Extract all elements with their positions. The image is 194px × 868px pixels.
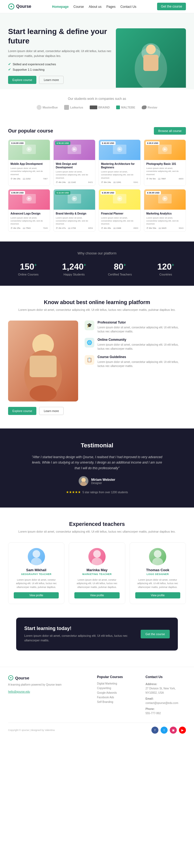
- rating-text: 5 star ratings from over 1200 students: [82, 491, 128, 494]
- course-desc: Lorem ipsum dolor sit amet, consectetur …: [10, 216, 48, 225]
- teacher-avatar: [149, 548, 166, 565]
- course-card[interactable]: $ 99.99 USD Advanced Logo Design Lorem i…: [8, 189, 50, 232]
- course-card[interactable]: $ 50.00 USD Web Design and Development L…: [53, 140, 95, 186]
- course-card[interactable]: $ 42.00 USD Mastering Architecture for B…: [99, 140, 141, 186]
- svg-rect-4: [143, 55, 158, 71]
- about-features: 🎓 Professional Tutor Lorem ipsum dolor s…: [85, 320, 186, 368]
- teacher-role: GEOGRAPHY TEACHER: [14, 573, 59, 576]
- teacher-view-button[interactable]: View profile: [135, 592, 180, 598]
- course-lessons: 📖 1142: [68, 181, 76, 184]
- nav-cta-button[interactable]: Get the course: [157, 3, 186, 10]
- logo[interactable]: Qourse: [8, 3, 31, 10]
- star-rating: ★★★★★: [66, 490, 81, 494]
- cta-banner: Start learning today! Lorem ipsum dolor …: [16, 618, 178, 651]
- hero-title: Start learning & define your future: [8, 27, 116, 45]
- courses-grid: $ 24.99 USD Mobile App Development Lorem…: [8, 140, 186, 232]
- footer-brand: Qourse A learning platform powered by Qo…: [8, 675, 89, 717]
- instagram-icon[interactable]: ▣: [170, 726, 177, 734]
- stat-plus: +: [123, 263, 126, 268]
- hero-explore-button[interactable]: Explore course: [8, 76, 36, 84]
- student-count: 7987: [43, 178, 48, 180]
- course-meta: ⏱ 4hr 45s 📖 2448 8900: [101, 227, 138, 229]
- course-thumbnail: $ 25.99 USD: [99, 189, 141, 210]
- hero-learn-button[interactable]: Learn more: [39, 76, 63, 84]
- course-meta: ⏱ 4hr 25s 📖 7543 7649: [10, 227, 48, 229]
- course-price-badge: $ 39.95 USD: [146, 191, 161, 194]
- stat-item: 150+ Online Courses: [8, 262, 48, 276]
- stat-number: 150+: [8, 262, 48, 272]
- twitter-icon[interactable]: t: [161, 726, 167, 734]
- check-icon-1: ✔: [8, 62, 11, 66]
- nav-item-about[interactable]: About us: [89, 5, 101, 9]
- course-hours: ⏱ 7hr 5m: [146, 178, 156, 180]
- teachers-grid: Sam Mikhail GEOGRAPHY TEACHER Lorem ipsu…: [8, 542, 186, 604]
- hours-value: 4hr 24s: [59, 181, 66, 184]
- course-desc: Lorem ipsum dolor sit amet, consectetur …: [101, 216, 138, 225]
- teacher-card: Thomas Cook LOGO DESIGNER Lorem ipsum do…: [129, 542, 186, 604]
- companies-label: Our students work in companies such as: [8, 97, 186, 101]
- book-icon: 📖: [158, 178, 161, 180]
- stat-label: Certified Teachers: [100, 273, 140, 276]
- teacher-role: MARKETING TEACHER: [74, 573, 119, 576]
- course-card[interactable]: $ 29.9 USD Photography Basic 101 Lorem i…: [144, 140, 186, 186]
- nav-links: Homepage Course About us Pages Contact U…: [52, 4, 137, 9]
- about-image-inner: [8, 320, 78, 402]
- hero-features: ✔ Skilled and experienced coaches ✔ Supp…: [8, 62, 116, 71]
- about-explore-button[interactable]: Explore course: [8, 407, 36, 415]
- lessons-value: 1733: [71, 227, 76, 229]
- feature-icon: 🌐: [85, 338, 94, 347]
- browse-courses-button[interactable]: Browse all course: [154, 127, 186, 135]
- course-thumb-svg: [112, 193, 128, 206]
- teacher-view-button[interactable]: View profile: [14, 592, 59, 598]
- footer-bottom: Copyright © qourse | designed by Valenti…: [8, 722, 186, 734]
- hero-feature-2: ✔ Supportive 1:1 coaching: [8, 67, 116, 71]
- course-card[interactable]: $ 39.95 USD Marketing Analytics Lorem ip…: [144, 189, 186, 232]
- course-card[interactable]: $ 25.99 USD Financial Planner Lorem ipsu…: [99, 189, 141, 232]
- course-hours: ⏱ 3hr 24s: [101, 181, 111, 184]
- footer-phone: Phone: 555-777-992: [146, 707, 186, 716]
- cta-desc: Lorem ipsum dolor sit amet, consectetur …: [24, 633, 141, 643]
- course-card[interactable]: $ 24.99 USD Mobile App Development Lorem…: [8, 140, 50, 186]
- course-lessons: 📖 7997: [158, 178, 166, 180]
- svg-point-37: [33, 550, 40, 558]
- course-desc: Lorem ipsum dolor sit amet, consectetur …: [101, 170, 138, 179]
- course-lessons: 📖 1733: [68, 227, 76, 229]
- course-info: Mastering Architecture for Beginners Lor…: [99, 160, 141, 186]
- student-count: 8900: [133, 227, 138, 229]
- footer-email[interactable]: hello@qourse.edu: [8, 690, 30, 693]
- facebook-icon[interactable]: f: [151, 726, 158, 734]
- nav-item-course[interactable]: Course: [74, 5, 84, 9]
- stat-plus: +: [171, 263, 174, 268]
- about-learn-button[interactable]: Learn more: [39, 407, 63, 415]
- author-name: Miriam Webster: [91, 478, 115, 482]
- hours-value: 2hr 47s: [59, 227, 66, 229]
- cta-button[interactable]: Get the course: [141, 630, 170, 639]
- about-subtitle: Lorem ipsum dolor sit amet, consectetur …: [8, 308, 186, 312]
- nav-item-contact[interactable]: Contact Us: [120, 5, 137, 9]
- nav-item-homepage[interactable]: Homepage: [52, 5, 69, 9]
- course-price-badge: $ 29.9 USD: [146, 142, 159, 145]
- footer-copyright: Copyright © qourse | designed by Valenti…: [8, 729, 55, 732]
- youtube-icon[interactable]: ▶: [179, 726, 186, 734]
- teacher-view-button[interactable]: View profile: [74, 592, 119, 598]
- book-icon: 📖: [158, 227, 161, 229]
- course-card[interactable]: $ 22.00 USD Brand Identity & Design Lore…: [53, 189, 95, 232]
- feature-desc: Lorem ipsum dolor sit amet, consectetur …: [98, 360, 186, 368]
- course-title: Mastering Architecture for Beginners: [101, 162, 138, 169]
- about-content: 🎓 Professional Tutor Lorem ipsum dolor s…: [8, 320, 186, 402]
- course-thumb-svg: [21, 193, 37, 206]
- hours-value: 6hr 53s: [149, 227, 156, 229]
- course-title: Mobile App Development: [10, 162, 48, 166]
- course-lessons: 📖 2448: [113, 227, 121, 229]
- course-lessons: 📖 7543: [23, 227, 31, 229]
- nav-item-pages[interactable]: Pages: [107, 5, 116, 9]
- course-title: Photography Basic 101: [146, 162, 184, 166]
- clock-icon: ⏱: [10, 227, 13, 229]
- course-thumbnail: $ 22.00 USD: [53, 189, 95, 210]
- course-price-badge: $ 25.99 USD: [101, 191, 116, 194]
- hero-description: Lorem ipsum dolor sit amet, consectetur …: [8, 49, 116, 58]
- about-buttons: Explore course Learn more: [8, 407, 186, 415]
- feature-item: 🎓 Professional Tutor Lorem ipsum dolor s…: [85, 320, 186, 334]
- stat-number: 1,240+: [54, 262, 94, 272]
- clock-icon: ⏱: [146, 178, 149, 180]
